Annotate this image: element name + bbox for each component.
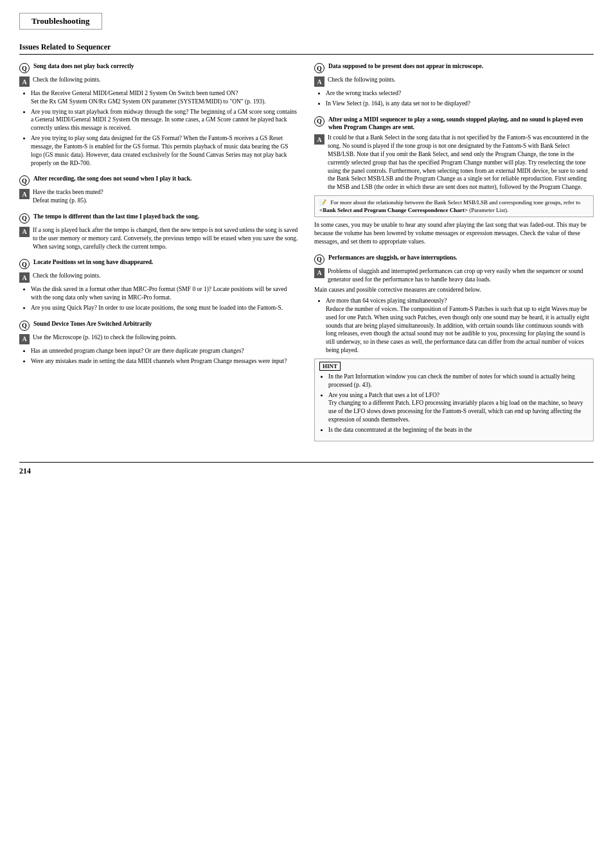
rq1-question: Data supposed to be present does not app… (328, 62, 483, 70)
rq2-note-box: 📝 For more about the relationship betwee… (314, 195, 594, 217)
q5-answer-block: A Use the Microscope (p. 162) to check t… (19, 333, 299, 344)
page-container: Troubleshooting Issues Related to Sequen… (19, 13, 594, 476)
list-item: In the Part Information window you can c… (328, 373, 589, 389)
q2-a-icon: A (19, 189, 30, 199)
rq1-answer-intro: Check the following points. (328, 76, 396, 84)
rq1-a-icon: A (314, 76, 324, 87)
rq3-hint-box: HINT In the Part Information window you … (314, 359, 594, 441)
page-title: Troubleshooting (19, 13, 102, 30)
rq3-bullet-list: Are more than 64 voices playing simultan… (326, 297, 594, 355)
q5-answer: Use the Microscope (p. 162) to check the… (33, 333, 177, 342)
rq2-note-text: For more about the relationship between … (319, 199, 580, 213)
rq2-label: Q After using a MIDI sequencer to play a… (314, 116, 594, 132)
q-block-recording: Q After recording, the song does not sou… (19, 175, 299, 205)
list-item: Are more than 64 voices playing simultan… (326, 297, 594, 355)
rq1-bullet-list: Are the wrong tracks selected? In View S… (326, 89, 594, 108)
q-block-locate: Q Locate Positions set in song have disa… (19, 258, 299, 312)
q4-a-icon: A (19, 272, 30, 283)
q4-icon: Q (19, 259, 30, 269)
q3-question: The tempo is different than the last tim… (33, 213, 199, 220)
q-block-sound-device: Q Sound Device Tones Are Switched Arbitr… (19, 320, 299, 366)
rq3-icon: Q (314, 254, 324, 265)
list-item: Are you trying to play song data designe… (31, 134, 299, 167)
q2-label: Q After recording, the song does not sou… (19, 175, 299, 186)
q1-answer-intro: Check the following points. (33, 76, 101, 84)
q1-bullet-list: Has the Receive General MIDI/General MID… (31, 89, 299, 167)
list-item: Has the Receive General MIDI/General MID… (31, 89, 299, 106)
rq2-icon: Q (314, 116, 324, 127)
rq3-question: Performances are sluggish, or have inter… (328, 254, 457, 261)
list-item: Are you using a Patch that uses a lot of… (328, 391, 589, 424)
q1-a-icon: A (19, 76, 30, 87)
list-item: Are you using Quick Play? In order to us… (31, 304, 299, 312)
q1-label: Q Song data does not play back correctly (19, 62, 299, 73)
q5-a-icon: A (19, 334, 30, 344)
rq3-answer-block: A Problems of sluggish and interrupted p… (314, 267, 594, 284)
rq3-label: Q Performances are sluggish, or have int… (314, 254, 594, 265)
q4-bullet-list: Was the disk saved in a format other tha… (31, 285, 299, 312)
q2-answer: Have the tracks been muted?Defeat muting… (33, 188, 103, 205)
q3-answer-block: A If a song is played back after the tem… (19, 226, 299, 251)
section-heading: Issues Related to Sequencer (19, 42, 594, 55)
q-block-tempo: Q The tempo is different than the last t… (19, 213, 299, 251)
rq2-a-icon: A (314, 134, 324, 145)
q3-icon: Q (19, 213, 30, 224)
note-icon: 📝 (319, 199, 326, 206)
q2-icon: Q (19, 175, 30, 186)
q2-question: After recording, the song does not sound… (33, 175, 191, 182)
q4-answer-intro: Check the following points. (33, 272, 101, 280)
page-number: 214 (19, 462, 594, 476)
rq1-answer-block: A Check the following points. (314, 76, 594, 87)
q5-question: Sound Device Tones Are Switched Arbitrar… (33, 320, 152, 328)
q1-question: Song data does not play back correctly (33, 62, 134, 70)
rq-block-midi-sequencer: Q After using a MIDI sequencer to play a… (314, 116, 594, 246)
q-block-song-data: Q Song data does not play back correctly… (19, 62, 299, 167)
list-item: Was the disk saved in a format other tha… (31, 285, 299, 302)
rq1-icon: Q (314, 63, 324, 73)
list-item: In View Select (p. 164), is any data set… (326, 100, 594, 108)
q1-icon: Q (19, 63, 30, 73)
rq3-answer2: Main causes and possible corrective meas… (314, 286, 594, 294)
list-item: Are you trying to start playback from mi… (31, 108, 299, 132)
rq-block-sluggish: Q Performances are sluggish, or have int… (314, 254, 594, 441)
q3-label: Q The tempo is different than the last t… (19, 213, 299, 224)
rq2-question: After using a MIDI sequencer to play a s… (328, 116, 594, 132)
rq3-a-icon: A (314, 268, 324, 278)
list-item: Has an unneeded program change been inpu… (31, 347, 299, 355)
hint-bullet-list: In the Part Information window you can c… (328, 373, 589, 434)
q3-answer: If a song is played back after the tempo… (33, 226, 299, 251)
q5-icon: Q (19, 321, 30, 331)
rq3-answer: Problems of sluggish and interrupted per… (328, 267, 594, 284)
q5-label: Q Sound Device Tones Are Switched Arbitr… (19, 320, 299, 331)
rq2-extra-text: In some cases, you may be unable to hear… (314, 221, 594, 245)
right-column: Q Data supposed to be present does not a… (314, 62, 594, 449)
list-item: Are the wrong tracks selected? (326, 89, 594, 98)
q5-bullet-list: Has an unneeded program change been inpu… (31, 347, 299, 366)
q3-a-icon: A (19, 227, 30, 237)
hint-label: HINT (319, 362, 341, 371)
rq2-answer-block: A It could be that a Bank Select in the … (314, 134, 594, 191)
list-item: Were any mistakes made in setting the da… (31, 357, 299, 366)
list-item: Is the data concentrated at the beginnin… (328, 426, 589, 434)
rq2-answer: It could be that a Bank Select in the so… (328, 134, 594, 191)
q1-answer-block: A Check the following points. (19, 76, 299, 87)
q4-question: Locate Positions set in song have disapp… (33, 258, 153, 266)
q4-label: Q Locate Positions set in song have disa… (19, 258, 299, 269)
two-column-layout: Q Song data does not play back correctly… (19, 62, 594, 449)
q2-answer-block: A Have the tracks been muted?Defeat muti… (19, 188, 299, 205)
left-column: Q Song data does not play back correctly… (19, 62, 299, 449)
q4-answer-block: A Check the following points. (19, 272, 299, 283)
rq-block-data-present: Q Data supposed to be present does not a… (314, 62, 594, 108)
rq1-label: Q Data supposed to be present does not a… (314, 62, 594, 73)
